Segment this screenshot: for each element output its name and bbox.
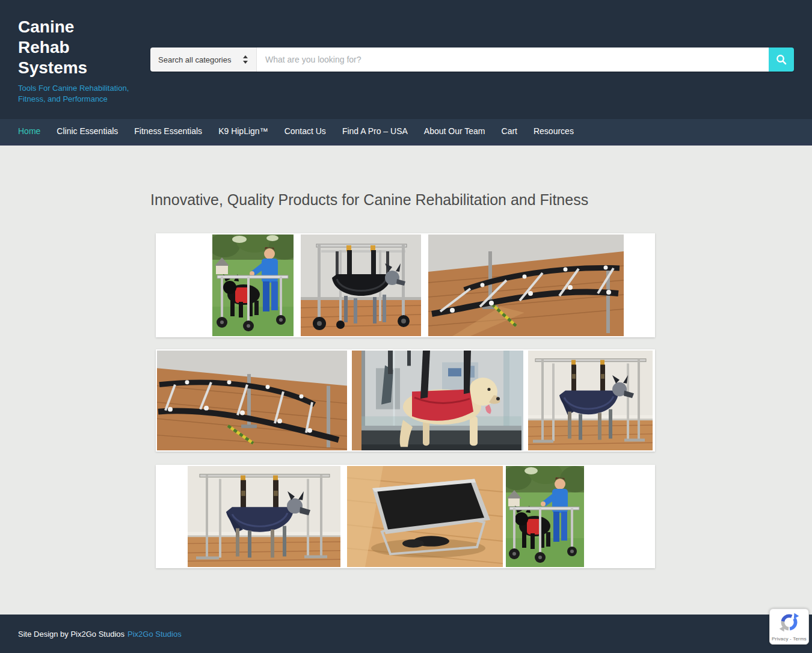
gallery-photo-cavaletti-ladder[interactable] (428, 235, 624, 336)
dog-walker-outdoor-illustration (212, 235, 294, 336)
search-button[interactable] (769, 48, 794, 72)
footer-credit-text: Site Design by Pix2Go Studios (18, 630, 125, 639)
gallery-photo-dog-walker-outdoor-2[interactable] (506, 466, 584, 567)
recaptcha-logo-icon (779, 612, 799, 633)
nav-item-clinic-essentials[interactable]: Clinic Essentials (57, 126, 118, 136)
select-arrows-icon (242, 55, 248, 64)
gallery-row (156, 465, 655, 568)
nav-item-fitness-essentials[interactable]: Fitness Essentials (134, 126, 202, 136)
nav-item-about-our-team[interactable]: About Our Team (424, 126, 485, 136)
nav-item-find-a-pro-usa[interactable]: Find A Pro – USA (342, 126, 408, 136)
search-category-select[interactable]: Search all categories (150, 48, 257, 72)
gallery-photo-balance-platform[interactable] (347, 466, 503, 567)
search-icon (776, 54, 787, 65)
navy-sling-frame-wide-illustration (188, 466, 340, 567)
balance-platform-illustration (347, 466, 503, 567)
sling-frame-illustration (301, 235, 421, 336)
recaptcha-privacy-terms[interactable]: Privacy - Terms (772, 636, 807, 642)
recaptcha-badge[interactable]: Privacy - Terms (769, 609, 809, 645)
search-category-label: Search all categories (158, 55, 231, 64)
search-form: Search all categories (150, 48, 794, 72)
dog-walker-outdoor-illustration-2 (506, 466, 584, 567)
gallery-row (156, 233, 655, 337)
nav-item-k9-hiplign[interactable]: K9 HipLign™ (218, 126, 268, 136)
search-input[interactable] (257, 48, 769, 72)
gallery-photo-cavaletti-ladder-2[interactable] (157, 351, 347, 450)
site-footer: Site Design by Pix2Go Studios Pix2Go Stu… (0, 615, 812, 653)
site-branding: Canine Rehab Systems Tools For Canine Re… (18, 17, 144, 105)
nav-item-resources[interactable]: Resources (534, 126, 574, 136)
product-gallery (156, 233, 655, 568)
page: Canine Rehab Systems Tools For Canine Re… (0, 0, 812, 653)
nav-item-cart[interactable]: Cart (502, 126, 517, 136)
footer-credit-link[interactable]: Pix2Go Studios (128, 630, 182, 639)
nav-item-home[interactable]: Home (18, 126, 40, 136)
gallery-photo-navy-sling-frame[interactable] (528, 351, 653, 450)
page-title: Innovative, Quality Products for Canine … (150, 191, 588, 209)
site-header: Canine Rehab Systems Tools For Canine Re… (0, 0, 812, 119)
nav-item-contact-us[interactable]: Contact Us (285, 126, 326, 136)
gallery-photo-sling-frame-wheels[interactable] (301, 235, 421, 336)
cavaletti-ladder-illustration-2 (157, 351, 347, 450)
site-tagline: Tools For Canine Rehabilitation, Fitness… (18, 83, 144, 105)
site-title[interactable]: Canine Rehab Systems (18, 17, 117, 78)
gallery-photo-dog-walker-outdoor[interactable] (212, 235, 294, 336)
main-navigation: Home Clinic Essentials Fitness Essential… (0, 119, 812, 146)
gallery-row (156, 349, 655, 452)
underwater-treadmill-illustration (352, 351, 523, 450)
gallery-photo-navy-sling-frame-wide[interactable] (188, 466, 340, 567)
navy-sling-frame-illustration (528, 351, 653, 450)
cavaletti-ladder-illustration (428, 235, 624, 336)
gallery-photo-underwater-treadmill[interactable] (352, 351, 523, 450)
